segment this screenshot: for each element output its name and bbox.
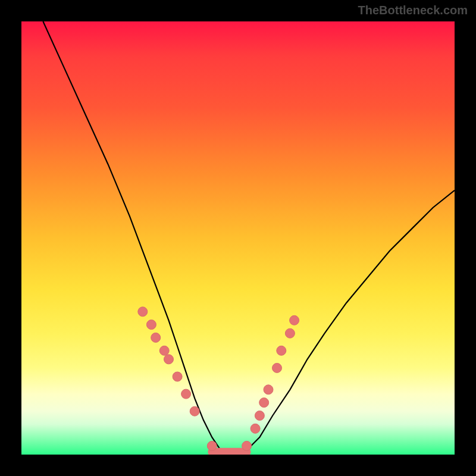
marker-point xyxy=(273,363,282,372)
marker-point xyxy=(285,328,295,338)
marker-point xyxy=(159,346,169,355)
marker-point xyxy=(173,372,182,381)
marker-point xyxy=(277,346,286,355)
marker-point xyxy=(242,441,252,450)
marker-point xyxy=(164,355,174,364)
marker-point xyxy=(264,385,273,394)
marker-point xyxy=(250,424,260,433)
marker-point xyxy=(181,389,191,399)
bottleneck-curve xyxy=(43,21,455,455)
marker-point xyxy=(255,411,264,421)
marker-point xyxy=(138,307,148,317)
marker-group xyxy=(138,307,299,451)
marker-point xyxy=(259,398,269,408)
marker-point xyxy=(151,333,161,342)
plot-area xyxy=(21,21,455,455)
marker-point xyxy=(207,441,217,450)
curve-layer xyxy=(21,21,455,455)
marker-point xyxy=(146,320,156,330)
chart-frame: TheBottleneck.com xyxy=(0,0,476,476)
marker-point xyxy=(190,406,199,416)
marker-point xyxy=(290,315,299,325)
attribution-text: TheBottleneck.com xyxy=(358,4,468,17)
